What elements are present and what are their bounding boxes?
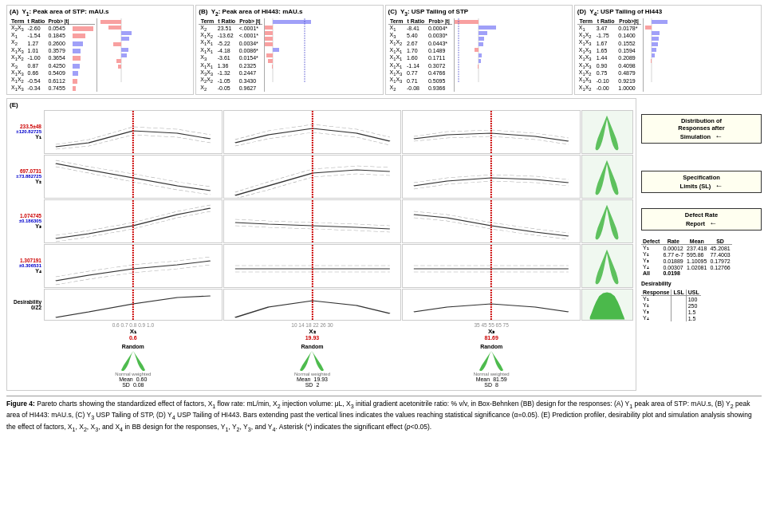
x3-current-value: 81.69 (402, 335, 581, 341)
table-row: X1X11.700.1489 (388, 47, 452, 54)
table-row: X2X2-1.050.3430 (199, 77, 262, 84)
panel-a: (A) Y1: Peak area of STP: mAU.s Term t R… (6, 5, 194, 95)
panel-a-svg (97, 18, 145, 82)
col-tratio-d: t Ratio (595, 18, 617, 25)
table-row: X223.51<.0001* (199, 24, 262, 32)
table-row: Y₂ 250 (641, 302, 701, 309)
panel-b-table: Term t Ratio Prob> |t| X223.51<.0001* X1… (199, 18, 262, 93)
defect-y2: Y₂ (641, 251, 661, 258)
lsl-col: LSL (672, 290, 686, 296)
svg-rect-7 (121, 53, 127, 57)
dist-y2-svg (582, 156, 632, 199)
svg-rect-15 (265, 37, 273, 41)
panel-b-content: Term t Ratio Prob> |t| X223.51<.0001* X1… (199, 18, 380, 93)
curve-y2-x2 (224, 156, 401, 199)
table-row: X1X20.750.4879 (577, 69, 641, 77)
profiler-y1-x3 (402, 110, 581, 154)
random-x2-dist (288, 349, 336, 372)
lsl-y4 (672, 315, 686, 321)
svg-rect-3 (121, 31, 132, 35)
profiler-y2-x3 (402, 155, 581, 199)
panel-c-svg (455, 18, 502, 82)
panel-d: (D) Y4: USP Tailing of HI443 Term t Rati… (574, 5, 762, 95)
svg-marker-66 (121, 351, 145, 371)
panel-c-title: (C) Y3: USP Tailing of STP (388, 8, 569, 17)
x1-sd-value: 0.08 (133, 382, 144, 388)
y2-label: 697.0731 ±73.882725 Y₂ (10, 155, 43, 199)
x2-axis-label: X₂ (223, 328, 402, 335)
table-row: X1X30.710.5095 (388, 77, 452, 84)
svg-rect-35 (645, 26, 652, 30)
panel-b: (B) Y2: Peak area of HI443: mAU.s Term t… (195, 5, 383, 95)
profiler-y4-x3 (402, 244, 581, 288)
panel-c-table: Term t Ratio Prob> |t| X1-8.410.0004* X3… (388, 18, 452, 93)
panel-b-title: (B) Y2: Peak area of HI443: mAU.s (199, 8, 380, 17)
table-row: X1-8.410.0004* (388, 24, 452, 32)
table-row: X1X1-1.140.3072 (388, 62, 452, 69)
table-row: X1X11.360.2325 (199, 62, 262, 69)
col-prob-c: Prob> |t| (427, 18, 452, 25)
curve-y4-x1 (45, 245, 222, 288)
desirability-label: Desirability 0/Z2 (10, 289, 43, 321)
svg-marker-50 (595, 160, 618, 195)
x3-sd-value: 8 (495, 382, 498, 388)
table-row: X35.400.0030* (388, 32, 452, 39)
svg-rect-20 (272, 65, 273, 69)
x2-mean-value: 19.93 (313, 376, 328, 382)
desirability-ylabel: Desirability (14, 299, 41, 305)
svg-rect-16 (265, 42, 273, 46)
table-row: X1X30.900.4098 (577, 62, 641, 69)
profiler-y1-x1 (44, 110, 223, 154)
svg-rect-37 (652, 37, 659, 41)
profiler-y4-x1 (44, 244, 223, 288)
mean-y2: 595.86 (685, 251, 708, 258)
curve-desir-x1 (45, 290, 222, 321)
profiler-y3-x3 (402, 199, 581, 243)
panel-a-title: (A) Y1: Peak area of STP: mAU.s (10, 8, 191, 17)
svg-rect-30 (479, 59, 481, 63)
desirability-value: 0/Z2 (31, 305, 41, 310)
rate-y2: 6.77 e-7 (661, 251, 685, 258)
x2-sd-label: SD (305, 382, 313, 388)
svg-marker-67 (300, 351, 324, 371)
table-row: X1X2-0.540.6112 (10, 77, 95, 84)
curve-y2-x1 (45, 156, 222, 199)
col-prob-b: Prob> |t| (238, 18, 263, 25)
defect-y1: Y₁ (641, 245, 661, 252)
panel-d-table: Term t Ratio Prob>|t| X13.470.0178* X1X2… (577, 18, 641, 93)
svg-rect-41 (651, 59, 652, 63)
resp-y1: Y₁ (641, 296, 672, 303)
svg-rect-13 (265, 26, 273, 30)
random-x1-dist (109, 349, 157, 372)
profiler-desir-x1 (44, 289, 223, 321)
svg-rect-11 (273, 20, 311, 24)
col-prob-a: Prob> |t| (46, 18, 70, 25)
random-x1-label: Random (44, 344, 223, 349)
table-row: X1X2-0.001.0000 (577, 85, 641, 92)
svg-rect-26 (479, 37, 484, 41)
random-x3-stats: Mean 81.59 (402, 376, 581, 382)
random-x3-sd: SD 8 (402, 382, 581, 388)
sd-y1: 45.2081 (708, 245, 731, 252)
random-x2-sd: SD 2 (223, 382, 402, 388)
random-x1-stats: Mean 0.60 (44, 376, 223, 382)
dist-y3-svg (582, 200, 632, 243)
panel-b-svg (265, 18, 313, 82)
defect-y3: Y₃ (641, 258, 661, 264)
x3-mean-value: 81.59 (493, 376, 507, 382)
table-row: X1X3-0.100.9219 (577, 77, 641, 84)
random-x2-label: Random (223, 344, 402, 349)
figure-caption: Figure 4: Pareto charts showing the stan… (6, 396, 762, 434)
svg-rect-39 (652, 48, 656, 52)
x1-sd-label: SD (122, 382, 130, 388)
svg-rect-23 (455, 20, 479, 24)
dist-y1 (581, 110, 633, 154)
curve-y3-x3 (403, 200, 580, 243)
and-text: and (102, 423, 113, 431)
profiler-desir-x3 (402, 289, 581, 321)
random-x3-dist (467, 349, 515, 372)
table-row: X2-0.080.9366 (388, 85, 452, 92)
y3-ylabel: Y₃ (35, 223, 41, 230)
table-row: X30.870.4250 (10, 62, 95, 69)
right-side-panel: Distribution ofResponses afterSimulation… (638, 98, 762, 391)
